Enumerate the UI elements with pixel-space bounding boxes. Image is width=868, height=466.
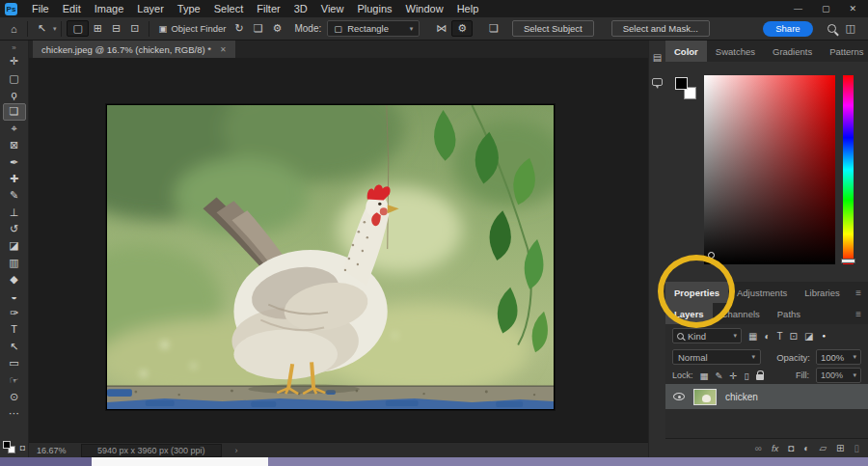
tab-gradients[interactable]: Gradients xyxy=(764,41,821,62)
adjustment-layer-icon[interactable]: ◐ xyxy=(803,443,809,453)
tab-adjustments[interactable]: Adjustments xyxy=(728,282,796,303)
select-subject-button[interactable]: Select Subject xyxy=(512,20,594,37)
show-all-objects-icon[interactable]: ❏ xyxy=(249,21,268,36)
path-selection-tool[interactable]: ↖ xyxy=(3,339,26,355)
filter-toggle-icon[interactable]: ● xyxy=(822,333,826,339)
kind-filter-dropdown[interactable]: Kind ▾ xyxy=(672,328,742,343)
tab-channels[interactable]: Channels xyxy=(713,303,769,324)
saturation-brightness-field[interactable] xyxy=(704,75,835,264)
pen-tool[interactable]: ✑ xyxy=(3,305,26,321)
tab-layers[interactable]: Layers xyxy=(665,303,713,324)
home-icon[interactable]: ⌂ xyxy=(6,22,22,36)
tab-color[interactable]: Color xyxy=(665,41,707,62)
hue-slider-handle[interactable] xyxy=(841,259,855,263)
status-chevron-icon[interactable]: › xyxy=(235,446,238,455)
tool-preset-icon[interactable]: ↖ xyxy=(33,21,51,36)
marquee-tool[interactable]: ▢ xyxy=(3,69,26,86)
add-layer-mask-icon[interactable]: ◘ xyxy=(788,443,794,453)
lock-transparency-icon[interactable]: ▦ xyxy=(700,370,709,381)
menu-plugins[interactable]: Plugins xyxy=(350,0,398,17)
tab-patterns[interactable]: Patterns xyxy=(821,41,868,62)
mode-dropdown[interactable]: ▢ Rectangle ▾ xyxy=(327,20,420,37)
lock-position-icon[interactable]: ✛ xyxy=(729,370,737,381)
layer-row-chicken[interactable]: chicken xyxy=(665,384,868,409)
add-selection-icon[interactable]: ⊞ xyxy=(89,21,107,36)
lock-artboard-icon[interactable]: ▯ xyxy=(744,370,748,381)
new-group-folder-icon[interactable]: ▱ xyxy=(819,443,827,453)
color-picker-handle[interactable] xyxy=(708,252,715,259)
layer-thumbnail[interactable] xyxy=(693,389,717,405)
menu-help[interactable]: Help xyxy=(450,0,486,17)
hand-tool[interactable]: ☞ xyxy=(3,371,26,388)
menu-edit[interactable]: Edit xyxy=(56,0,88,17)
menu-image[interactable]: Image xyxy=(88,0,131,17)
select-and-mask-button[interactable]: Select and Mask... xyxy=(611,20,710,37)
opacity-field[interactable]: 100% ▾ xyxy=(816,349,861,365)
filter-adjustment-layers-icon[interactable]: ◐ xyxy=(764,331,770,342)
tab-close-icon[interactable]: ✕ xyxy=(220,45,227,54)
menu-select[interactable]: Select xyxy=(207,0,251,17)
toolbar-overflow-icon[interactable]: » xyxy=(12,43,15,53)
menu-window[interactable]: Window xyxy=(399,0,450,17)
history-panel-icon[interactable]: ▤ xyxy=(653,52,662,63)
blur-tool[interactable]: ◆ xyxy=(3,271,26,288)
finder-settings-gear-icon[interactable]: ⚙ xyxy=(268,21,287,36)
layer-style-fx-icon[interactable]: fx xyxy=(772,443,778,453)
shape-tool[interactable]: ▭ xyxy=(3,355,26,371)
dodge-tool[interactable]: ◒ xyxy=(3,288,26,304)
more-tools-icon[interactable]: ⋯ xyxy=(3,405,26,422)
filter-pixel-layers-icon[interactable]: ▦ xyxy=(748,331,757,342)
frame-tool[interactable]: ⊠ xyxy=(3,137,26,153)
panel-menu-icon[interactable]: ≡ xyxy=(855,288,868,298)
fill-field[interactable]: 100% ▾ xyxy=(816,368,861,383)
quick-mask-icon[interactable]: ◘ xyxy=(20,443,25,452)
crop-tool[interactable]: ⌖ xyxy=(3,121,26,137)
chicken-photo[interactable] xyxy=(106,104,555,410)
restore-icon[interactable]: ▢ xyxy=(822,4,830,14)
panel-menu-icon[interactable]: ≡ xyxy=(855,309,868,319)
menu-view[interactable]: View xyxy=(314,0,351,17)
layer-visibility-eye-icon[interactable] xyxy=(673,393,685,400)
lock-pixels-icon[interactable]: ✎ xyxy=(716,370,723,381)
zoom-tool[interactable]: ⊙ xyxy=(3,389,26,405)
comments-panel-icon[interactable] xyxy=(652,78,663,86)
tab-properties[interactable]: Properties xyxy=(665,282,728,303)
minimize-icon[interactable]: — xyxy=(794,4,802,14)
menu-file[interactable]: File xyxy=(25,0,56,17)
foreground-background-swatch[interactable] xyxy=(3,441,15,453)
refresh-icon[interactable]: ↻ xyxy=(230,21,248,36)
delete-layer-trash-icon[interactable]: ▯ xyxy=(854,443,859,453)
lock-all-icon[interactable] xyxy=(756,374,764,380)
foreground-background-swatch[interactable] xyxy=(675,77,700,102)
share-button[interactable]: Share xyxy=(763,21,812,37)
close-icon[interactable]: ✕ xyxy=(849,4,856,14)
tab-paths[interactable]: Paths xyxy=(769,303,809,324)
bottom-strip-scrollbar[interactable] xyxy=(92,457,268,466)
eraser-tool[interactable]: ◪ xyxy=(3,237,26,254)
gradient-tool[interactable]: ▥ xyxy=(3,255,26,271)
history-brush-tool[interactable]: ↺ xyxy=(3,221,26,237)
filter-type-layers-icon[interactable]: T xyxy=(777,331,783,342)
menu-type[interactable]: Type xyxy=(171,0,207,17)
new-selection-icon[interactable]: ▢ xyxy=(67,20,88,37)
type-tool[interactable]: T xyxy=(3,321,26,338)
object-selection-tool[interactable]: ❏ xyxy=(3,103,26,120)
menu-3d[interactable]: 3D xyxy=(287,0,314,17)
new-layer-icon[interactable]: ⊞ xyxy=(836,443,844,453)
canvas-area[interactable] xyxy=(29,58,648,442)
tab-swatches[interactable]: Swatches xyxy=(707,41,764,62)
refine-hair-icon[interactable]: ⋈ xyxy=(431,21,451,36)
panel-toggle-icon[interactable]: ❏ xyxy=(484,21,503,36)
eyedropper-tool[interactable]: ✒ xyxy=(3,153,26,170)
intersect-selection-icon[interactable]: ⊡ xyxy=(125,21,144,36)
document-tab[interactable]: chicken.jpeg @ 16.7% (chicken, RGB/8) * … xyxy=(33,41,235,58)
clone-stamp-tool[interactable]: ⊥ xyxy=(3,205,26,221)
hue-slider[interactable] xyxy=(843,75,854,264)
workspace-icon[interactable]: ◫ xyxy=(841,21,860,36)
object-finder-toggle[interactable]: ▣ Object Finder xyxy=(154,23,230,34)
lasso-tool[interactable]: ϙ xyxy=(3,87,26,103)
filter-shape-layers-icon[interactable]: ⊡ xyxy=(790,331,798,342)
tab-libraries[interactable]: Libraries xyxy=(796,282,848,303)
move-tool[interactable]: ✛ xyxy=(3,53,26,69)
link-layers-icon[interactable]: ∞ xyxy=(755,443,762,453)
